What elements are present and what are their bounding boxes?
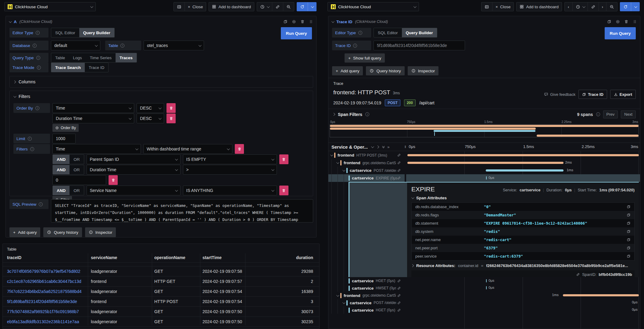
add-order-by-button[interactable]: Order By bbox=[52, 124, 79, 132]
filters-section-header[interactable]: Filters bbox=[13, 94, 30, 99]
or-option[interactable]: OR bbox=[70, 186, 84, 195]
trace-id-link[interactable]: c2c1ec87c62965b61cab6c30447bc13d bbox=[7, 279, 81, 284]
inspector-button[interactable]: Inspector bbox=[408, 66, 439, 75]
filter-op-select[interactable]: IS ANYTHING bbox=[183, 186, 277, 195]
copy-icon[interactable] bbox=[627, 221, 631, 225]
trace-id-link[interactable]: 3c7074f085679976b07a79ef5476d802 bbox=[7, 269, 80, 274]
copy-icon[interactable] bbox=[627, 205, 631, 209]
run-query-button[interactable]: Run Query bbox=[281, 27, 312, 39]
inspector-button[interactable]: Inspector bbox=[85, 227, 116, 237]
trace-id-input[interactable]: 5f1d69baf92314f20d4f8f561b58e3de bbox=[374, 41, 465, 50]
tab-trace-id[interactable]: Trace ID bbox=[85, 63, 108, 72]
copy-icon[interactable] bbox=[627, 230, 631, 233]
trace-id-link[interactable]: 7f47c62234b6bd2a5a62521875588bd4 bbox=[7, 289, 81, 294]
service-operation-column-header[interactable]: Service & Oper... bbox=[331, 144, 368, 150]
or-option[interactable]: OR bbox=[70, 155, 84, 164]
span-bar[interactable] bbox=[486, 286, 487, 289]
col-header-servicename[interactable]: serviceName bbox=[91, 255, 117, 260]
span-collapse-icon[interactable] bbox=[330, 153, 333, 156]
span-bar[interactable] bbox=[486, 169, 564, 172]
span-row[interactable]: frontend grpc.oteldemo.CartSer 1ms bbox=[328, 292, 640, 299]
order-by-field-select[interactable]: Duration Time bbox=[52, 114, 134, 123]
tab-sql-editor[interactable]: SQL Editor bbox=[374, 28, 402, 37]
copy-icon[interactable] bbox=[627, 238, 631, 242]
and-option[interactable]: AND bbox=[53, 186, 70, 195]
shift-time-forward-button[interactable]: › bbox=[599, 2, 607, 11]
span-attributes-toggle[interactable]: Span Attributes bbox=[411, 196, 635, 200]
trace-minimap[interactable]: 0μs 750μs 1.5ms 2.25ms 3ms bbox=[330, 120, 639, 137]
remove-order-by-button[interactable] bbox=[166, 103, 176, 113]
span-link-icon[interactable] bbox=[396, 161, 401, 165]
prev-span-button[interactable]: Prev bbox=[603, 110, 618, 118]
zoom-out-button[interactable] bbox=[606, 2, 617, 11]
order-by-field-select[interactable]: Time bbox=[52, 103, 134, 113]
span-collapse-icon[interactable] bbox=[336, 161, 339, 164]
span-link-icon[interactable] bbox=[396, 308, 401, 312]
col-header-traceid[interactable]: traceID bbox=[7, 255, 21, 260]
and-option[interactable]: AND bbox=[53, 155, 70, 164]
refresh-button[interactable] bbox=[297, 2, 308, 11]
give-feedback-button[interactable]: Give feedback bbox=[544, 92, 575, 97]
tab-time-series[interactable]: Time Series bbox=[86, 53, 116, 62]
shift-time-back-button[interactable]: ‹ bbox=[565, 2, 573, 11]
query-history-button[interactable]: Query history bbox=[43, 227, 82, 237]
time-picker-button[interactable] bbox=[257, 2, 272, 11]
query-row-header[interactable]: Trace ID (ClickHouse Cloud) bbox=[328, 16, 640, 27]
trace-id-button[interactable]: Trace ID bbox=[578, 90, 607, 99]
columns-section[interactable]: Columns bbox=[9, 76, 313, 88]
span-bar[interactable] bbox=[486, 176, 487, 179]
database-select[interactable]: default bbox=[51, 41, 100, 50]
remove-filter-button[interactable] bbox=[235, 144, 244, 154]
span-bar[interactable] bbox=[563, 294, 639, 296]
span-bar[interactable] bbox=[407, 154, 639, 156]
tab-query-builder[interactable]: Query Builder bbox=[79, 28, 114, 37]
caret-down-icon[interactable] bbox=[371, 145, 374, 148]
drag-handle-icon[interactable] bbox=[633, 20, 637, 24]
add-to-dashboard-button[interactable]: Add to dashboard bbox=[517, 2, 562, 11]
expand-all-icon[interactable]: » bbox=[387, 145, 389, 149]
order-by-dir-select[interactable]: DESC bbox=[137, 114, 164, 123]
refresh-button[interactable] bbox=[620, 2, 631, 11]
col-header-duration[interactable]: duration bbox=[296, 255, 313, 260]
table-select[interactable]: otel_traces bbox=[144, 41, 204, 50]
span-link-icon[interactable] bbox=[396, 301, 401, 305]
next-span-button[interactable]: Next bbox=[621, 110, 636, 118]
collapse-all-icon[interactable] bbox=[382, 146, 384, 148]
trace-id-link[interactable]: 5f1d69baf92314f20d4f8f561b58e3de bbox=[7, 299, 77, 304]
close-pane-button[interactable]: × Close bbox=[185, 2, 206, 11]
span-link-icon[interactable] bbox=[396, 294, 401, 298]
col-header-operationname[interactable]: operationName bbox=[154, 255, 185, 260]
zoom-out-button[interactable] bbox=[283, 2, 294, 11]
span-collapse-icon[interactable] bbox=[336, 294, 339, 297]
span-row[interactable]: frontend HTTP POST (3ms) bbox=[328, 151, 640, 159]
export-button[interactable]: Export bbox=[610, 90, 636, 99]
span-row[interactable]: frontend grpc.oteldemo.CartSer 2ms bbox=[328, 159, 640, 167]
and-option[interactable]: AND bbox=[53, 165, 70, 174]
remove-order-by-button[interactable] bbox=[166, 114, 176, 123]
span-collapse-icon[interactable] bbox=[342, 168, 345, 172]
remove-filter-button[interactable] bbox=[109, 175, 118, 185]
share-link-button[interactable] bbox=[272, 2, 283, 11]
show-full-query-button[interactable]: +Show full query bbox=[345, 53, 385, 63]
time-picker-button[interactable] bbox=[573, 2, 588, 11]
filter-value-input[interactable]: 0 bbox=[52, 175, 106, 185]
trace-id-link[interactable]: 77fc5074882af98925b1f76c091988b7 bbox=[7, 309, 79, 314]
link-icon[interactable] bbox=[576, 273, 580, 277]
tab-logs[interactable]: Logs bbox=[69, 53, 86, 62]
span-row[interactable]: cartservice POST /oteldemo 0μs bbox=[328, 299, 640, 306]
copy-icon[interactable] bbox=[627, 246, 631, 250]
tab-trace-search[interactable]: Trace Search bbox=[51, 63, 85, 72]
refresh-interval-button[interactable] bbox=[631, 2, 639, 11]
split-pane-button[interactable] bbox=[481, 2, 492, 11]
split-pane-button[interactable] bbox=[174, 2, 185, 11]
span-row[interactable]: cartservice HMSET (0μs 0μs bbox=[328, 284, 640, 292]
add-query-button[interactable]: +Add query bbox=[332, 66, 363, 75]
span-link-icon[interactable] bbox=[396, 286, 401, 290]
add-to-dashboard-button[interactable]: Add to dashboard bbox=[209, 2, 254, 11]
drag-handle-icon[interactable] bbox=[309, 20, 313, 24]
limit-input[interactable]: 1000 bbox=[52, 134, 76, 143]
span-filters-toggle[interactable]: Span Filters bbox=[338, 112, 362, 117]
tab-sql-editor[interactable]: SQL Editor bbox=[51, 28, 79, 37]
span-bar[interactable] bbox=[486, 279, 487, 282]
add-query-button[interactable]: +Add query bbox=[9, 227, 40, 237]
